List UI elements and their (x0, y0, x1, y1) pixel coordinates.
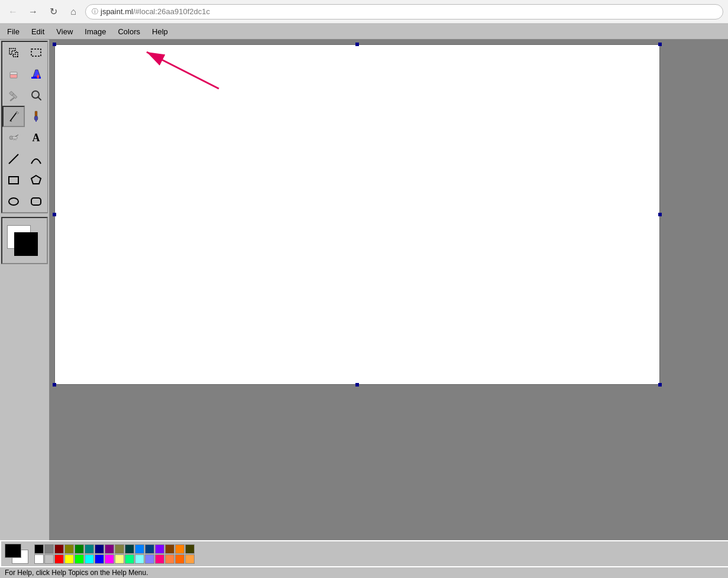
menu-view[interactable]: View (51, 26, 77, 37)
color-swatch[interactable] (185, 554, 195, 564)
handle-bottom-left[interactable] (53, 383, 56, 387)
color-swatch[interactable] (125, 554, 134, 564)
svg-point-26 (9, 198, 18, 205)
color-swatch[interactable] (145, 554, 154, 564)
handle-bottom-center[interactable] (355, 383, 359, 387)
tool-eraser[interactable] (2, 63, 25, 85)
color-swatch[interactable] (175, 554, 185, 564)
color-swatch[interactable] (165, 554, 174, 564)
color-swatch[interactable] (185, 544, 195, 554)
color-swatch[interactable] (105, 554, 114, 564)
color-swatch[interactable] (85, 554, 94, 564)
color-swatch[interactable] (44, 554, 54, 564)
drawing-canvas[interactable] (54, 44, 660, 385)
tool-pencil[interactable] (2, 106, 25, 127)
tool-magnifier[interactable] (25, 85, 47, 106)
handle-mid-right[interactable] (658, 213, 662, 216)
color-swatch[interactable] (95, 554, 104, 564)
menu-bar: File Edit View Image Colors Help (0, 24, 728, 40)
tool-fill[interactable] (25, 63, 47, 85)
color-preview-area (1, 217, 48, 264)
toolbox: A (0, 40, 50, 540)
handle-mid-left[interactable] (53, 213, 56, 216)
main-area: A (0, 40, 728, 540)
tool-brush[interactable] (25, 106, 47, 127)
svg-point-21 (15, 139, 16, 140)
tool-ellipse[interactable] (2, 191, 25, 212)
color-swatch[interactable] (115, 544, 124, 554)
color-swatch[interactable] (95, 544, 104, 554)
color-swatch[interactable] (75, 554, 84, 564)
svg-rect-18 (12, 137, 17, 139)
tool-polygon[interactable] (25, 170, 47, 191)
color-swatch[interactable] (125, 544, 134, 554)
svg-marker-0 (9, 48, 15, 54)
browser-chrome: ← → ↻ ⌂ ⓘ jspaint.ml/#local:26aa910f2dc1… (0, 0, 728, 24)
tool-rounded-rect[interactable] (25, 191, 47, 212)
status-text: For Help, click Help Topics on the Help … (5, 569, 148, 577)
color-swatch[interactable] (115, 554, 124, 564)
foreground-color-box[interactable] (14, 232, 38, 256)
color-swatch[interactable] (34, 554, 44, 564)
tool-airbrush[interactable] (2, 127, 25, 148)
color-swatch[interactable] (175, 544, 185, 554)
svg-rect-24 (9, 177, 18, 184)
address-text: jspaint.ml/#local:26aa910f2dc1c (101, 7, 210, 16)
color-swatch[interactable] (135, 554, 144, 564)
svg-line-10 (38, 97, 41, 100)
svg-line-23 (9, 154, 18, 164)
svg-rect-5 (31, 77, 41, 79)
menu-edit[interactable]: Edit (27, 26, 49, 37)
svg-rect-4 (10, 72, 17, 74)
palette-foreground-color[interactable] (5, 544, 21, 558)
color-swatch[interactable] (64, 554, 74, 564)
tool-curve[interactable] (25, 148, 47, 170)
handle-top-right[interactable] (658, 43, 662, 46)
color-swatch[interactable] (34, 544, 44, 554)
color-swatch[interactable] (75, 544, 84, 554)
svg-point-22 (13, 139, 14, 140)
color-swatch[interactable] (54, 544, 64, 554)
app-window: File Edit View Image Colors Help (0, 24, 728, 578)
tool-free-select[interactable] (2, 42, 25, 63)
handle-top-center[interactable] (355, 43, 359, 46)
tool-eyedropper[interactable] (2, 85, 25, 106)
handle-bottom-right[interactable] (658, 383, 662, 387)
color-swatch[interactable] (145, 544, 154, 554)
tool-line[interactable] (2, 148, 25, 170)
svg-marker-25 (31, 176, 41, 184)
color-swatch[interactable] (64, 544, 74, 554)
svg-rect-2 (31, 49, 41, 56)
palette-bar (0, 540, 728, 566)
menu-help[interactable]: Help (147, 26, 173, 37)
tool-text[interactable]: A (25, 127, 47, 148)
tool-rect-select[interactable] (25, 42, 47, 63)
color-swatch[interactable] (54, 554, 64, 564)
svg-point-20 (14, 139, 15, 140)
status-bar: For Help, click Help Topics on the Help … (0, 566, 728, 578)
back-button[interactable]: ← (5, 4, 21, 20)
menu-colors[interactable]: Colors (113, 26, 145, 37)
color-swatches (34, 544, 195, 564)
svg-line-19 (15, 135, 18, 137)
lock-icon: ⓘ (92, 7, 98, 16)
color-swatch[interactable] (155, 554, 164, 564)
color-swatch[interactable] (135, 544, 144, 554)
palette-current-colors (5, 544, 28, 564)
menu-file[interactable]: File (2, 26, 24, 37)
home-button[interactable]: ⌂ (65, 4, 82, 20)
color-swatch[interactable] (155, 544, 164, 554)
handle-top-left[interactable] (53, 43, 56, 46)
color-swatch[interactable] (44, 544, 54, 554)
color-swatch[interactable] (165, 544, 174, 554)
reload-button[interactable]: ↻ (45, 4, 62, 20)
canvas-area[interactable] (50, 40, 728, 540)
color-swatch[interactable] (105, 544, 114, 554)
menu-image[interactable]: Image (80, 26, 111, 37)
forward-button[interactable]: → (25, 4, 41, 20)
color-swatch[interactable] (85, 544, 94, 554)
svg-marker-1 (13, 52, 18, 57)
canvas-wrapper (54, 44, 660, 385)
tool-rect[interactable] (2, 170, 25, 191)
address-bar[interactable]: ⓘ jspaint.ml/#local:26aa910f2dc1c (85, 4, 723, 20)
